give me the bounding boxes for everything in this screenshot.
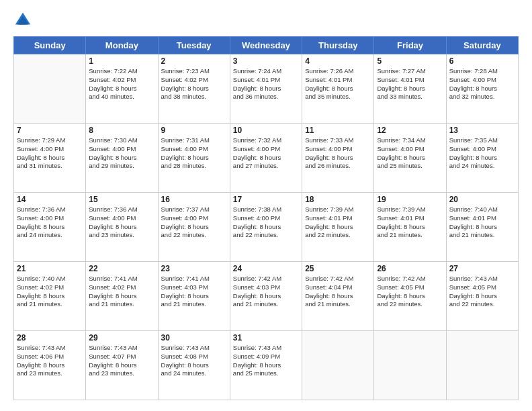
day-number: 18	[305, 195, 371, 204]
calendar-week-row: 14Sunrise: 7:36 AM Sunset: 4:00 PM Dayli…	[14, 193, 519, 262]
day-number: 24	[233, 264, 299, 273]
day-number: 19	[377, 195, 443, 204]
calendar-cell: 28Sunrise: 7:43 AM Sunset: 4:06 PM Dayli…	[14, 331, 86, 400]
calendar-cell: 11Sunrise: 7:33 AM Sunset: 4:00 PM Dayli…	[302, 124, 374, 193]
day-info: Sunrise: 7:42 AM Sunset: 4:04 PM Dayligh…	[305, 275, 371, 309]
day-info: Sunrise: 7:40 AM Sunset: 4:02 PM Dayligh…	[17, 275, 83, 309]
header	[13, 11, 519, 30]
calendar-cell: 21Sunrise: 7:40 AM Sunset: 4:02 PM Dayli…	[14, 262, 86, 331]
day-number: 23	[161, 264, 227, 273]
day-info: Sunrise: 7:28 AM Sunset: 4:00 PM Dayligh…	[449, 67, 515, 101]
day-number: 4	[305, 56, 371, 66]
day-info: Sunrise: 7:27 AM Sunset: 4:01 PM Dayligh…	[377, 67, 443, 101]
day-info: Sunrise: 7:43 AM Sunset: 4:07 PM Dayligh…	[89, 344, 154, 378]
day-number: 8	[89, 126, 154, 135]
day-info: Sunrise: 7:32 AM Sunset: 4:00 PM Dayligh…	[233, 136, 299, 171]
calendar-cell: 31Sunrise: 7:43 AM Sunset: 4:09 PM Dayli…	[230, 331, 302, 400]
day-number: 5	[377, 56, 443, 66]
day-info: Sunrise: 7:23 AM Sunset: 4:02 PM Dayligh…	[161, 67, 227, 101]
weekday-header: Tuesday	[158, 37, 230, 54]
day-info: Sunrise: 7:39 AM Sunset: 4:01 PM Dayligh…	[377, 205, 443, 240]
day-info: Sunrise: 7:22 AM Sunset: 4:02 PM Dayligh…	[89, 67, 154, 101]
day-info: Sunrise: 7:39 AM Sunset: 4:01 PM Dayligh…	[305, 205, 371, 240]
day-info: Sunrise: 7:42 AM Sunset: 4:03 PM Dayligh…	[233, 275, 299, 309]
day-number: 14	[17, 195, 83, 204]
day-number: 21	[17, 264, 83, 273]
calendar-cell: 1Sunrise: 7:22 AM Sunset: 4:02 PM Daylig…	[86, 54, 158, 124]
calendar-cell: 12Sunrise: 7:34 AM Sunset: 4:00 PM Dayli…	[374, 124, 446, 193]
calendar-cell: 4Sunrise: 7:26 AM Sunset: 4:01 PM Daylig…	[302, 54, 374, 124]
day-info: Sunrise: 7:30 AM Sunset: 4:00 PM Dayligh…	[89, 136, 154, 171]
calendar-cell: 26Sunrise: 7:42 AM Sunset: 4:05 PM Dayli…	[374, 262, 446, 331]
calendar-cell: 18Sunrise: 7:39 AM Sunset: 4:01 PM Dayli…	[302, 193, 374, 262]
day-number: 27	[449, 264, 515, 273]
day-info: Sunrise: 7:37 AM Sunset: 4:00 PM Dayligh…	[161, 205, 227, 240]
calendar-cell: 29Sunrise: 7:43 AM Sunset: 4:07 PM Dayli…	[86, 331, 158, 400]
calendar-cell: 16Sunrise: 7:37 AM Sunset: 4:00 PM Dayli…	[158, 193, 230, 262]
day-info: Sunrise: 7:43 AM Sunset: 4:08 PM Dayligh…	[161, 344, 227, 378]
weekday-header: Thursday	[302, 37, 374, 54]
weekday-header-row: SundayMondayTuesdayWednesdayThursdayFrid…	[14, 37, 519, 54]
calendar-cell: 19Sunrise: 7:39 AM Sunset: 4:01 PM Dayli…	[374, 193, 446, 262]
calendar-cell	[374, 331, 446, 400]
weekday-header: Wednesday	[230, 37, 302, 54]
day-number: 7	[17, 126, 83, 135]
day-number: 25	[305, 264, 371, 273]
weekday-header: Saturday	[446, 37, 518, 54]
day-number: 13	[449, 126, 515, 135]
calendar-week-row: 1Sunrise: 7:22 AM Sunset: 4:02 PM Daylig…	[14, 54, 519, 124]
day-number: 2	[161, 56, 227, 66]
calendar-cell: 24Sunrise: 7:42 AM Sunset: 4:03 PM Dayli…	[230, 262, 302, 331]
day-number: 10	[233, 126, 299, 135]
day-info: Sunrise: 7:43 AM Sunset: 4:09 PM Dayligh…	[233, 344, 299, 378]
calendar-cell	[446, 331, 518, 400]
day-info: Sunrise: 7:42 AM Sunset: 4:05 PM Dayligh…	[377, 275, 443, 309]
svg-rect-2	[19, 19, 26, 24]
day-number: 15	[89, 195, 154, 204]
calendar-cell: 23Sunrise: 7:41 AM Sunset: 4:03 PM Dayli…	[158, 262, 230, 331]
day-info: Sunrise: 7:43 AM Sunset: 4:05 PM Dayligh…	[449, 275, 515, 309]
day-info: Sunrise: 7:34 AM Sunset: 4:00 PM Dayligh…	[377, 136, 443, 171]
day-info: Sunrise: 7:35 AM Sunset: 4:00 PM Dayligh…	[449, 136, 515, 171]
day-number: 3	[233, 56, 299, 66]
day-info: Sunrise: 7:40 AM Sunset: 4:01 PM Dayligh…	[449, 205, 515, 240]
day-number: 30	[161, 333, 227, 342]
calendar-cell: 22Sunrise: 7:41 AM Sunset: 4:02 PM Dayli…	[86, 262, 158, 331]
day-number: 9	[161, 126, 227, 135]
weekday-header: Sunday	[14, 37, 86, 54]
day-info: Sunrise: 7:29 AM Sunset: 4:00 PM Dayligh…	[17, 136, 83, 171]
calendar-week-row: 28Sunrise: 7:43 AM Sunset: 4:06 PM Dayli…	[14, 331, 519, 400]
calendar-cell: 17Sunrise: 7:38 AM Sunset: 4:00 PM Dayli…	[230, 193, 302, 262]
calendar-week-row: 7Sunrise: 7:29 AM Sunset: 4:00 PM Daylig…	[14, 124, 519, 193]
page: SundayMondayTuesdayWednesdayThursdayFrid…	[0, 0, 532, 411]
calendar-cell: 27Sunrise: 7:43 AM Sunset: 4:05 PM Dayli…	[446, 262, 518, 331]
day-info: Sunrise: 7:24 AM Sunset: 4:01 PM Dayligh…	[233, 67, 299, 101]
day-info: Sunrise: 7:36 AM Sunset: 4:00 PM Dayligh…	[89, 205, 154, 240]
logo	[13, 11, 35, 30]
calendar-cell: 25Sunrise: 7:42 AM Sunset: 4:04 PM Dayli…	[302, 262, 374, 331]
day-number: 28	[17, 333, 83, 342]
day-info: Sunrise: 7:26 AM Sunset: 4:01 PM Dayligh…	[305, 67, 371, 101]
day-info: Sunrise: 7:43 AM Sunset: 4:06 PM Dayligh…	[17, 344, 83, 378]
logo-icon	[13, 11, 32, 30]
calendar-cell	[302, 331, 374, 400]
day-number: 11	[305, 126, 371, 135]
day-info: Sunrise: 7:36 AM Sunset: 4:00 PM Dayligh…	[17, 205, 83, 240]
day-number: 16	[161, 195, 227, 204]
calendar-cell: 15Sunrise: 7:36 AM Sunset: 4:00 PM Dayli…	[86, 193, 158, 262]
calendar-cell: 2Sunrise: 7:23 AM Sunset: 4:02 PM Daylig…	[158, 54, 230, 124]
calendar-cell: 5Sunrise: 7:27 AM Sunset: 4:01 PM Daylig…	[374, 54, 446, 124]
calendar-cell: 10Sunrise: 7:32 AM Sunset: 4:00 PM Dayli…	[230, 124, 302, 193]
day-number: 12	[377, 126, 443, 135]
calendar-week-row: 21Sunrise: 7:40 AM Sunset: 4:02 PM Dayli…	[14, 262, 519, 331]
calendar-cell: 6Sunrise: 7:28 AM Sunset: 4:00 PM Daylig…	[446, 54, 518, 124]
day-number: 6	[449, 56, 515, 66]
day-info: Sunrise: 7:33 AM Sunset: 4:00 PM Dayligh…	[305, 136, 371, 171]
day-number: 26	[377, 264, 443, 273]
day-number: 29	[89, 333, 154, 342]
calendar-cell: 9Sunrise: 7:31 AM Sunset: 4:00 PM Daylig…	[158, 124, 230, 193]
day-info: Sunrise: 7:41 AM Sunset: 4:03 PM Dayligh…	[161, 275, 227, 309]
calendar-cell: 8Sunrise: 7:30 AM Sunset: 4:00 PM Daylig…	[86, 124, 158, 193]
weekday-header: Friday	[374, 37, 446, 54]
day-number: 31	[233, 333, 299, 342]
